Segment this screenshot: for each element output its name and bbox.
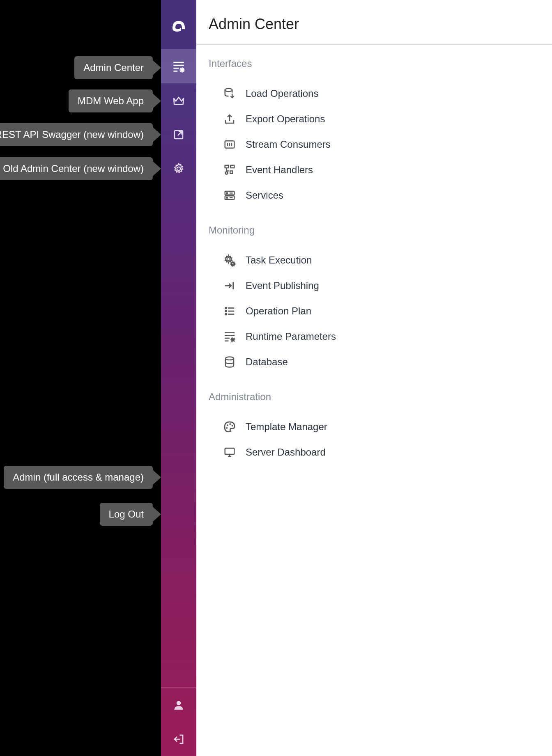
svg-point-46 [227,424,228,426]
item-label: Export Operations [246,113,325,125]
item-load-operations[interactable]: Load Operations [209,81,540,106]
crown-icon [172,94,185,107]
item-task-execution[interactable]: Task Execution [209,247,540,273]
tooltip-rest-api-swagger: REST API Swagger (new window) [0,123,153,146]
item-label: Database [246,356,288,368]
stream-icon [223,137,237,151]
svg-point-32 [225,311,227,312]
external-link-icon [172,128,185,141]
svg-point-27 [227,258,230,261]
header-divider [196,44,552,45]
server-icon [223,188,237,202]
item-label: Load Operations [246,88,318,99]
item-server-dashboard[interactable]: Server Dashboard [209,440,540,465]
database-icon [223,355,237,369]
svg-point-11 [177,701,181,705]
nav-rest-api-swagger[interactable] [161,117,196,151]
logo-icon [171,17,186,32]
tooltip-logout: Log Out [100,503,153,526]
list-icon [223,304,237,318]
item-label: Server Dashboard [246,447,326,458]
app-logo[interactable] [161,0,196,49]
upload-icon [223,112,237,126]
page-title: Admin Center [209,16,540,33]
section-monitoring: Monitoring Task Execution Event Publishi… [196,225,552,391]
item-event-publishing[interactable]: Event Publishing [209,273,540,298]
svg-point-20 [225,172,228,174]
svg-point-34 [225,314,227,315]
item-runtime-parameters[interactable]: Runtime Parameters [209,324,540,349]
svg-point-47 [229,423,231,425]
nav-old-admin-center[interactable] [161,151,196,186]
item-label: Stream Consumers [246,139,331,150]
item-label: Template Manager [246,421,327,433]
nav-admin-center[interactable] [161,49,196,83]
item-label: Event Handlers [246,164,313,176]
svg-point-23 [227,192,228,194]
item-export-operations[interactable]: Export Operations [209,106,540,132]
section-title-administration: Administration [209,391,540,403]
svg-point-48 [232,425,233,426]
section-interfaces: Interfaces Load Operations Export Operat… [196,58,552,225]
item-operation-plan[interactable]: Operation Plan [209,298,540,324]
svg-point-12 [225,89,232,92]
tooltip-arrow-icon [153,94,161,108]
tooltip-mdm-web-app: MDM Web App [69,89,153,112]
logout-icon [172,733,185,745]
tooltip-user: Admin (full access & manage) [4,466,153,489]
main-content: Admin Center Interfaces Load Operations … [196,0,552,756]
gears-icon [223,253,237,267]
item-database[interactable]: Database [209,349,540,375]
tooltip-old-admin-center: Old Admin Center (new window) [0,157,153,180]
tooltip-arrow-icon [153,470,161,485]
svg-point-10 [177,167,181,170]
gear-icon [172,162,185,175]
svg-rect-50 [225,448,235,454]
svg-point-24 [227,197,228,198]
tooltip-arrow-icon [153,127,161,142]
item-label: Services [246,190,283,201]
item-label: Event Publishing [246,280,319,291]
tooltip-admin-center: Admin Center [74,56,153,79]
nav-user[interactable] [161,688,196,722]
tooltip-arrow-icon [153,161,161,176]
item-stream-consumers[interactable]: Stream Consumers [209,132,540,157]
item-label: Operation Plan [246,305,311,317]
item-label: Task Execution [246,254,312,266]
svg-rect-18 [231,165,235,168]
nav-logout[interactable] [161,722,196,756]
sidebar [161,0,196,756]
section-administration: Administration Template Manager Server D… [196,391,552,481]
tooltip-arrow-icon [153,60,161,75]
svg-rect-19 [230,171,232,174]
tooltip-overlay: Admin Center MDM Web App REST API Swagge… [0,0,161,756]
item-template-manager[interactable]: Template Manager [209,414,540,440]
svg-point-49 [226,427,228,429]
user-icon [172,699,185,711]
svg-point-45 [225,357,234,360]
list-settings-icon [172,60,186,73]
section-title-interfaces: Interfaces [209,58,540,69]
nav-mdm-web-app[interactable] [161,83,196,117]
event-handlers-icon [223,163,237,177]
palette-icon [223,420,237,434]
svg-rect-17 [225,165,229,168]
monitor-icon [223,445,237,459]
list-settings-icon [223,330,237,344]
section-title-monitoring: Monitoring [209,225,540,236]
item-label: Runtime Parameters [246,331,336,342]
tooltip-arrow-icon [153,507,161,522]
arrow-to-bar-icon [223,279,237,293]
database-download-icon [223,87,237,101]
item-event-handlers[interactable]: Event Handlers [209,157,540,183]
item-services[interactable]: Services [209,183,540,208]
svg-point-30 [225,307,227,309]
